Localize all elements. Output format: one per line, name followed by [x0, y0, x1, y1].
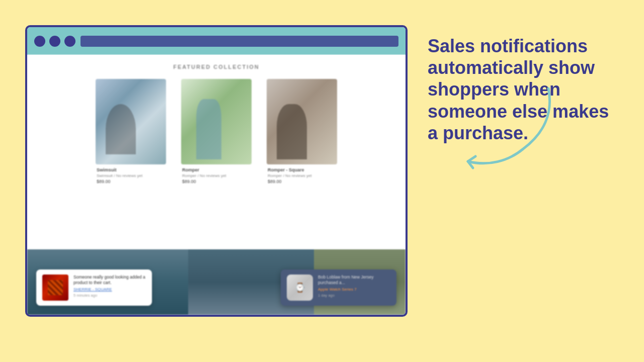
browser-dots [34, 36, 75, 47]
curved-arrow-icon [453, 83, 564, 174]
notification-white-text: Someone really good looking added a prod… [73, 275, 146, 286]
headline-line2: automatically show [428, 57, 595, 78]
browser-dot-1 [34, 36, 45, 47]
product-item-2: Romper Romper / No reviews yet $89.00 [181, 79, 252, 187]
product-item-1: Swimsuit Swimsuit / No reviews yet $89.0… [96, 79, 166, 187]
store-section-title: FEATURED COLLECTION [27, 55, 406, 74]
product-subtitle-2: Romper / No reviews yet [182, 173, 251, 178]
product-image-1 [96, 79, 166, 164]
notification-white: Someone really good looking added a prod… [36, 269, 152, 306]
notification-white-time: 5 minutes ago [73, 293, 146, 298]
product-price-2: $89.00 [182, 179, 251, 184]
product-info-2: Romper Romper / No reviews yet $89.00 [181, 164, 252, 187]
product-name-2: Romper [182, 167, 251, 172]
product-name-1: Swimsuit [97, 167, 165, 172]
notification-white-body: Someone really good looking added a prod… [73, 275, 146, 298]
product-name-3: Romper - Square [268, 167, 336, 172]
product-subtitle-3: Romper / No reviews yet [268, 173, 336, 178]
browser-toolbar [27, 27, 406, 55]
notification-dark-body: Bob Loblaw from New Jersey purchased a..… [318, 275, 390, 298]
product-info-3: Romper - Square Romper / No reviews yet … [267, 164, 337, 187]
notification-product-thumbnail [42, 275, 68, 301]
product-item-3: Romper - Square Romper / No reviews yet … [267, 79, 337, 187]
right-text-panel: Sales notifications automatically show s… [423, 25, 619, 144]
product-price-3: $89.00 [268, 179, 336, 184]
notification-dark: ⌚ Bob Loblaw from New Jersey purchased a… [281, 269, 396, 306]
product-subtitle-1: Swimsuit / No reviews yet [97, 173, 165, 178]
browser-addressbar [80, 36, 398, 47]
product-price-1: $89.00 [97, 179, 165, 184]
notification-dark-text: Bob Loblaw from New Jersey purchased a..… [318, 275, 390, 286]
notification-dark-link[interactable]: Apple Watch Series 7 [318, 287, 390, 292]
notification-dark-time: 1 day ago [318, 293, 390, 298]
product-image-2 [181, 79, 252, 164]
product-info-1: Swimsuit Swimsuit / No reviews yet $89.0… [96, 164, 166, 187]
product-image-3 [267, 79, 337, 164]
arrow-container [453, 83, 564, 174]
watch-icon: ⌚ [294, 282, 305, 293]
browser-content: FEATURED COLLECTION Swimsuit Swimsuit / … [27, 55, 406, 315]
browser-dot-2 [49, 36, 60, 47]
product-grid: Swimsuit Swimsuit / No reviews yet $89.0… [27, 74, 406, 192]
main-container: FEATURED COLLECTION Swimsuit Swimsuit / … [25, 25, 619, 337]
headline-line1: Sales notifications [428, 36, 588, 56]
notification-white-link[interactable]: SHERRIE - SQUARE [73, 287, 146, 292]
notification-watch-thumbnail: ⌚ [287, 275, 313, 301]
browser-dot-3 [64, 36, 75, 47]
browser-window: FEATURED COLLECTION Swimsuit Swimsuit / … [25, 25, 408, 317]
